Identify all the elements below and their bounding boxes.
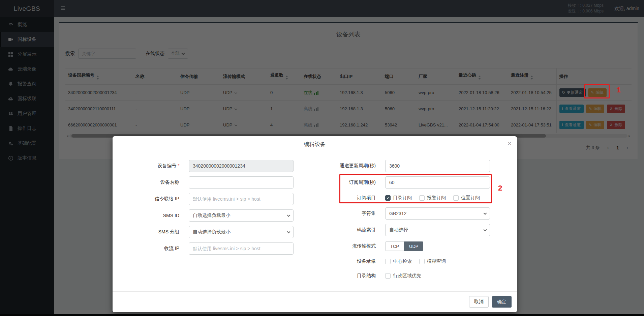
fuzzy-query-label: 模糊查询 [427,258,446,264]
tcp-option[interactable]: TCP [385,241,404,251]
sms-group-select[interactable]: 自动选择负载最小 [189,226,294,238]
annotation-number-2: 2 [498,184,502,193]
sms-group-label: SMS 分组 [121,229,179,235]
annotation-box-1 [584,84,610,98]
charset-label: 字符集 [335,210,376,217]
chevron-down-icon [484,211,487,215]
stream-index-label: 码流索引 [335,227,376,233]
chevron-down-icon [287,213,290,217]
form-left-column: 设备编号* 设备名称 信令联络 IP SMS ID 自动选择负载最小 SMS 分… [121,160,300,259]
channel-refresh-field[interactable] [385,160,490,172]
sms-id-label: SMS ID [121,213,179,218]
admin-region-priority-checkbox[interactable] [385,273,391,279]
chevron-down-icon [484,228,487,231]
device-record-label: 设备录像 [335,258,376,264]
sms-id-select[interactable]: 自动选择负载最小 [189,209,294,222]
device-name-field[interactable] [189,176,294,189]
required-mark: * [178,163,179,168]
modal-header: 编辑设备 × [113,136,517,153]
channel-refresh-label: 通道更新周期(秒) [335,163,376,169]
catalog-structure-label: 目录结构 [335,273,376,279]
annotation-number-1: 1 [617,86,621,94]
modal-title: 编辑设备 [304,141,326,148]
device-id-label: 设备编号* [121,163,179,169]
center-search-checkbox[interactable] [385,259,391,264]
admin-region-priority-label: 行政区域优先 [393,273,421,279]
stream-ip-label: 收流 IP [121,246,179,252]
stream-ip-field[interactable] [189,242,294,255]
close-icon[interactable]: × [508,140,512,147]
sip-host-label: 信令联络 IP [121,196,179,202]
sip-host-field[interactable] [189,193,294,205]
confirm-button[interactable]: 确定 [492,296,512,308]
stream-mode-toggle: TCP UDP [385,241,423,251]
annotation-box-2 [339,174,492,203]
fuzzy-query-checkbox[interactable] [419,259,425,264]
stream-index-select[interactable]: 自动选择 [385,224,490,236]
device-name-label: 设备名称 [121,179,179,185]
modal-footer: 取消 确定 [113,291,517,312]
cancel-button[interactable]: 取消 [469,296,489,308]
chevron-down-icon [287,230,290,233]
center-search-label: 中心检索 [393,258,412,264]
charset-select[interactable]: GB2312 [385,207,490,220]
stream-mode-label: 流传输模式 [335,243,376,249]
device-id-field [189,160,294,172]
udp-option[interactable]: UDP [404,241,423,251]
edit-device-modal: 编辑设备 × 设备编号* 设备名称 信令联络 IP SMS ID 自动选择负载最… [113,136,517,312]
